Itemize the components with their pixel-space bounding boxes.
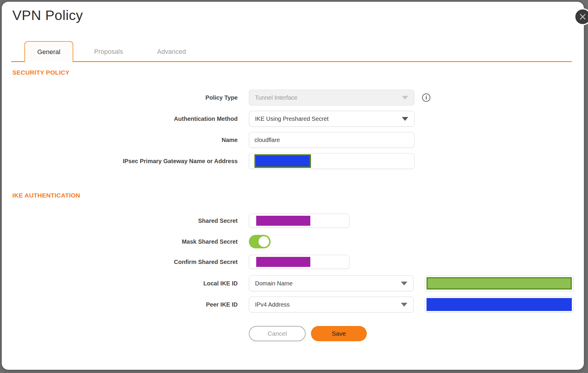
- shared-secret-input[interactable]: [249, 214, 349, 228]
- tab-content-general: SECURITY POLICY Policy Type Tunnel Inter…: [2, 64, 584, 341]
- authentication-method-select[interactable]: IKE Using Preshared Secret: [249, 111, 414, 127]
- ipsec-primary-gateway-label: IPsec Primary Gateway Name or Address: [2, 158, 238, 165]
- gateway-redacted-value: [254, 154, 311, 168]
- authentication-method-value: IKE Using Preshared Secret: [255, 116, 329, 122]
- peer-ike-id-type-value: IPv4 Address: [255, 301, 290, 308]
- mask-shared-secret-label: Mask Shared Secret: [2, 238, 238, 245]
- authentication-method-row: Authentication Method IKE Using Preshare…: [2, 111, 584, 127]
- ipsec-primary-gateway-input[interactable]: [249, 153, 414, 169]
- policy-type-select: Tunnel Interface: [249, 90, 414, 106]
- section-security-policy: SECURITY POLICY: [12, 69, 584, 76]
- local-ike-id-row: Local IKE ID Domain Name: [2, 275, 584, 291]
- local-ike-id-redacted-value: [427, 277, 572, 290]
- peer-ike-id-value-input[interactable]: [425, 297, 574, 312]
- chevron-down-icon: [402, 96, 408, 100]
- name-input[interactable]: [249, 132, 414, 148]
- dialog-actions: Cancel Save: [2, 326, 584, 341]
- local-ike-id-value-input[interactable]: [425, 275, 574, 291]
- tab-bar: General Proposals Advanced: [11, 41, 572, 62]
- save-button[interactable]: Save: [311, 326, 367, 341]
- authentication-method-label: Authentication Method: [2, 116, 238, 122]
- confirm-shared-secret-label: Confirm Shared Secret: [2, 259, 238, 265]
- vpn-policy-dialog: VPN Policy General Proposals Advanced SE…: [2, 2, 584, 370]
- local-ike-id-label: Local IKE ID: [2, 280, 238, 287]
- ipsec-primary-gateway-row: IPsec Primary Gateway Name or Address: [2, 153, 584, 169]
- local-ike-id-type-value: Domain Name: [255, 280, 293, 287]
- shared-secret-label: Shared Secret: [2, 218, 238, 224]
- tab-advanced[interactable]: Advanced: [147, 41, 196, 62]
- confirm-shared-secret-row: Confirm Shared Secret: [2, 255, 584, 269]
- tab-proposals[interactable]: Proposals: [84, 41, 133, 62]
- name-row: Name: [2, 132, 584, 148]
- shared-secret-redacted-value: [256, 216, 310, 226]
- mask-shared-secret-toggle[interactable]: [249, 235, 271, 248]
- cancel-button[interactable]: Cancel: [249, 326, 306, 341]
- confirm-shared-secret-redacted-value: [256, 257, 310, 267]
- close-icon: [579, 13, 586, 20]
- peer-ike-id-redacted-value: [427, 298, 572, 311]
- chevron-down-icon: [401, 282, 407, 285]
- chevron-down-icon: [402, 117, 408, 121]
- tab-general[interactable]: General: [24, 41, 73, 62]
- peer-ike-id-label: Peer IKE ID: [2, 301, 238, 308]
- screen-backdrop: VPN Policy General Proposals Advanced SE…: [0, 0, 588, 373]
- tab-advanced-label: Advanced: [157, 48, 186, 56]
- name-label: Name: [2, 137, 238, 143]
- tab-proposals-label: Proposals: [94, 48, 123, 56]
- toggle-knob: [259, 236, 269, 247]
- info-icon[interactable]: i: [422, 93, 430, 102]
- policy-type-row: Policy Type Tunnel Interface i: [2, 90, 584, 106]
- local-ike-id-type-select[interactable]: Domain Name: [249, 275, 414, 291]
- policy-type-label: Policy Type: [2, 94, 238, 101]
- dialog-title: VPN Policy: [12, 7, 83, 23]
- mask-shared-secret-row: Mask Shared Secret: [2, 235, 584, 248]
- shared-secret-row: Shared Secret: [2, 214, 584, 228]
- chevron-down-icon: [401, 303, 407, 307]
- tab-general-label: General: [37, 48, 60, 56]
- peer-ike-id-type-select[interactable]: IPv4 Address: [249, 297, 414, 312]
- peer-ike-id-row: Peer IKE ID IPv4 Address: [2, 297, 584, 312]
- policy-type-value: Tunnel Interface: [255, 94, 297, 101]
- confirm-shared-secret-input[interactable]: [249, 255, 349, 269]
- tab-underline: [11, 61, 572, 62]
- section-ike-authentication: IKE AUTHENTICATION: [12, 192, 584, 199]
